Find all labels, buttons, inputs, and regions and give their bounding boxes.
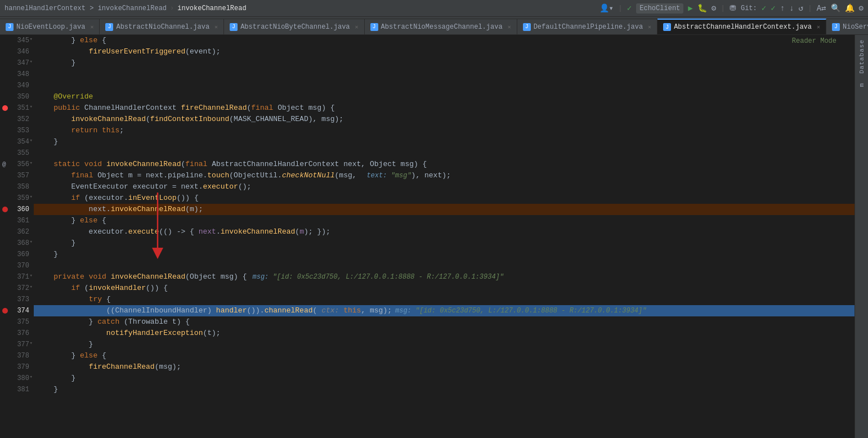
gutter-line-350: 350 [0,91,34,102]
tab-close-abstractniomessagechannel[interactable]: ✕ [508,24,511,30]
tabs-bar: J NioEventLoop.java ✕ J AbstractNioChann… [0,17,868,35]
code-line-360: next.invokeChannelRead(m); [34,204,854,215]
gutter-line-354: 354▾ [0,136,34,148]
debug-icon[interactable]: 🐛 [697,3,707,13]
code-line-353: return this; [34,125,854,136]
code-line-350: @Override [34,91,854,102]
tab-icon-nioeventloop: J [6,23,14,31]
maven-sidebar-tab[interactable]: m [856,78,867,92]
database-sidebar-tab[interactable]: Database [856,35,867,78]
breakpoint-374[interactable] [2,308,8,314]
fold-359[interactable]: ▾ [30,194,33,200]
search-icon[interactable]: 🔍 [831,3,840,13]
code-line-349 [34,80,854,91]
top-bar: hannelHandlerContext > invokeChannelRead… [0,0,868,17]
fold-356[interactable]: ▾ [30,160,33,166]
gutter-line-378: 378 [0,350,34,361]
tab-close-abstractniochannel[interactable]: ✕ [214,24,218,30]
gutter-line-380: 380▾ [0,373,34,384]
gutter-line-368: 368▾ [0,238,34,249]
tab-label-abstractniobytechannel: AbstractNioByteChannel.java [240,23,350,31]
git-label: Git: [741,5,757,12]
gutter-line-374: 374 [0,305,34,316]
code-line-378: } else { [34,350,854,361]
notification-icon[interactable]: 🔔 [845,3,854,13]
reader-mode-button[interactable]: Reader Mode [792,37,836,45]
code-line-375: } catch (Throwable t) { [34,316,854,328]
gutter-line-353: 353 [0,125,34,136]
git-history[interactable]: ↺ [798,3,803,13]
translate-icon[interactable]: A⇄ [817,3,826,13]
run-coverage-icon[interactable]: ⚙ [712,3,716,13]
code-line-361: } else { [34,215,854,226]
code-line-357: final Object m = next.pipeline.touch(Obj… [34,170,854,181]
code-line-379: fireChannelRead(msg); [34,361,854,373]
gutter-line-371: 371▾ [0,271,34,283]
tab-abstractniomessagechannel[interactable]: J AbstractNioMessageChannel.java ✕ [365,19,517,34]
tab-label-abstractniomessagechannel: AbstractNioMessageChannel.java [381,23,503,31]
gutter-line-361: 361 [0,215,34,226]
code-line-362: executor.execute(() -> { next.invokeChan… [34,226,854,238]
gutter-line-377: 377▾ [0,339,34,350]
git-check2[interactable]: ✓ [771,3,775,13]
tab-icon-defaultchannelpipeline: J [523,23,531,31]
profile-icon[interactable]: 👤▾ [599,3,614,13]
code-line-377: } [34,339,854,350]
tab-icon-abstractchannelhandlercontext: J [663,23,671,31]
debug-hint-371: msg: "[id: 0x5c23d750, L:/127.0.0.1:8888… [253,271,504,283]
tab-close-abstractniobytechannel[interactable]: ✕ [355,24,359,30]
run-icon[interactable]: ▶ [688,3,692,13]
git-pull[interactable]: ↓ [789,4,794,13]
tab-abstractniochannel[interactable]: J AbstractNioChannel.java ✕ [100,19,224,34]
fold-345[interactable]: ▾ [30,36,33,42]
fold-372[interactable]: ▾ [30,284,33,290]
tab-defaultchannelpipeline[interactable]: J DefaultChannelPipeline.java ✕ [517,19,657,34]
reader-mode-label: Reader Mode [792,37,836,45]
tab-nioeventloop[interactable]: J NioEventLoop.java ✕ [0,19,100,34]
code-content-area: } else { fireUserEventTriggered(event); … [34,35,854,438]
fold-347[interactable]: ▾ [30,59,33,65]
git-push[interactable]: ↑ [780,4,785,13]
fold-368[interactable]: ▾ [30,239,33,245]
toolbar-sep3: | [808,4,812,12]
fold-351[interactable]: ▾ [30,104,33,110]
git-check1[interactable]: ✓ [762,3,766,13]
vcs-icon[interactable]: ⛃ [730,3,736,13]
line-number-gutter: 345 ▾ 346 347▾ 348 349 350 351 ▾ 352 353… [0,35,34,438]
toolbar-sep2: | [721,4,725,12]
tab-nioserversocketchannel[interactable]: J NioServerSocketChannel.java ✕ [826,19,868,34]
fold-354[interactable]: ▾ [30,137,33,144]
code-line-351: public ChannelHandlerContext fireChannel… [34,102,854,114]
code-line-371: private void invokeChannelRead(Object ms… [34,271,854,283]
fold-380[interactable]: ▾ [30,374,33,380]
gutter-line-347: 347▾ [0,57,34,69]
gutter-line-356: @ 356 ▾ [0,159,34,170]
code-line-372: if (invokeHandler()) { [34,283,854,294]
breakpoint-360[interactable] [2,207,8,212]
tab-abstractniobytechannel[interactable]: J AbstractNioByteChannel.java ✕ [224,19,364,34]
code-line-381: } [34,384,854,395]
tab-label-nioserversocketchannel: NioServerSocketChannel.java [843,23,868,31]
gutter-line-369: 369 [0,249,34,260]
debug-hint-374: msg: "[id: 0x5c23d750, L:/127.0.0.1:8888… [395,305,646,316]
code-line-370 [34,260,854,271]
toolbar-right: 👤▾ | ✓ EchoClient ▶ 🐛 ⚙ | ⛃ Git: ✓ ✓ ↑ ↓… [599,3,863,14]
tab-abstractchannelhandlercontext[interactable]: J AbstractChannelHandlerContext.java ✕ [657,19,826,34]
line-num-345: 345 [17,37,29,44]
breakpoint-351[interactable] [2,105,8,111]
tab-close-abstractchannelhandlercontext[interactable]: ✕ [817,24,820,30]
fold-371[interactable]: ▾ [30,272,33,279]
fold-377[interactable]: ▾ [30,340,33,346]
tab-icon-abstractniobytechannel: J [230,23,238,31]
run-config-label[interactable]: EchoClient [636,3,683,14]
gutter-line-381: 381 [0,384,34,395]
tab-icon-nioserversocketchannel: J [832,23,840,31]
tab-close-nioeventloop[interactable]: ✕ [90,24,93,30]
gutter-line-345: 345 ▾ [0,35,34,46]
gutter-line-358: 358 [0,181,34,193]
code-editor[interactable]: Reader Mode 345 ▾ 346 347▾ 348 349 350 3… [0,35,854,438]
tab-close-defaultchannelpipeline[interactable]: ✕ [648,24,651,30]
editor-area: Reader Mode 345 ▾ 346 347▾ 348 349 350 3… [0,35,868,438]
settings-icon[interactable]: ⚙ [859,3,863,13]
check-icon[interactable]: ✓ [627,3,632,13]
